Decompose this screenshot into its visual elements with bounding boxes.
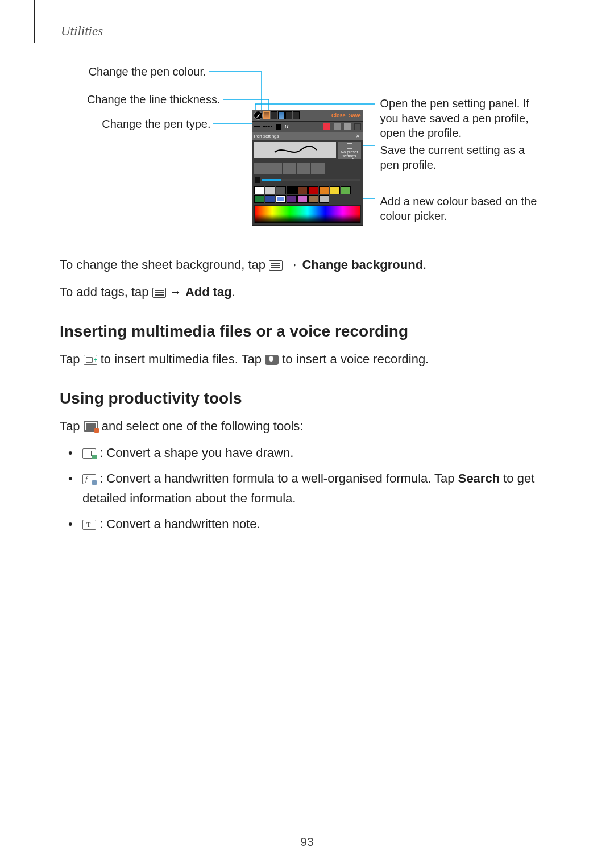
pen-type[interactable] — [311, 163, 325, 174]
colour-swatch[interactable] — [263, 111, 270, 119]
colour-gradient[interactable] — [254, 205, 361, 223]
pen-type[interactable] — [268, 163, 282, 174]
swatch[interactable] — [319, 186, 329, 194]
swatch[interactable] — [308, 195, 318, 203]
colour-swatch[interactable] — [271, 111, 277, 119]
pen-icon[interactable] — [254, 111, 263, 120]
swatch[interactable] — [341, 186, 351, 194]
productivity-icon — [84, 421, 98, 432]
thickness-slider[interactable] — [262, 179, 360, 181]
dotted-line-icon[interactable] — [263, 126, 272, 128]
callout-open-panel: Open the pen setting panel. If you have … — [380, 96, 545, 140]
thickness-indicator — [255, 177, 260, 183]
pen-settings-panel: Close Save U Pen settings ✕ — [252, 110, 363, 226]
callout-pen-type: Change the pen type. — [83, 117, 211, 131]
mic-icon[interactable] — [334, 123, 341, 130]
pen-type[interactable] — [297, 163, 310, 174]
attach-icon — [84, 355, 97, 365]
page-number: 93 — [0, 835, 614, 849]
close-button[interactable]: Close — [331, 113, 346, 118]
tool-item-shape: : Convert a shape you have drawn. — [60, 443, 557, 463]
colour-swatch[interactable] — [285, 111, 292, 119]
tool-item-text: : Convert a handwritten note. — [60, 514, 557, 534]
chevron-up-icon[interactable] — [354, 123, 361, 130]
callout-add-colour: Add a new colour based on the colour pic… — [380, 194, 545, 223]
swatch[interactable] — [308, 186, 318, 194]
preset-box[interactable]: No preset settings — [338, 142, 361, 159]
multimedia-instruction: Tap to insert multimedia files. Tap to i… — [60, 349, 557, 369]
shape-match-icon — [82, 448, 96, 459]
swatch[interactable] — [287, 186, 297, 194]
tool-icon[interactable] — [323, 123, 330, 130]
section-heading-productivity: Using productivity tools — [60, 386, 557, 412]
swatch[interactable] — [254, 186, 264, 194]
camera-icon[interactable] — [344, 123, 351, 130]
menu-icon — [152, 288, 166, 298]
colour-grid — [252, 186, 363, 203]
pen-type[interactable] — [283, 163, 296, 174]
swatch[interactable] — [297, 195, 308, 203]
formula-match-icon — [82, 474, 96, 484]
section-heading-multimedia: Inserting multimedia files or a voice re… — [60, 319, 557, 344]
close-icon[interactable]: ✕ — [355, 134, 361, 139]
pen-settings-diagram: Change the pen colour. Change the line t… — [87, 64, 530, 240]
pen-type[interactable] — [254, 163, 268, 174]
callout-save-profile: Save the current setting as a pen profil… — [380, 143, 545, 172]
colour-picker-icon[interactable] — [319, 195, 329, 203]
solid-icon[interactable] — [276, 124, 281, 130]
swatch[interactable] — [265, 195, 275, 203]
swatch[interactable] — [265, 186, 275, 194]
tool-item-formula: : Convert a handwritten formula to a wel… — [60, 469, 557, 508]
colour-swatch[interactable] — [293, 111, 300, 119]
add-tag-instruction: To add tags, tap → Add tag. — [60, 282, 557, 302]
panel-title: Pen settings — [254, 134, 279, 139]
change-background-instruction: To change the sheet background, tap → Ch… — [60, 255, 557, 275]
swatch[interactable] — [287, 195, 297, 203]
save-button[interactable]: Save — [349, 113, 360, 118]
colour-swatch[interactable] — [278, 111, 285, 119]
swatch[interactable] — [276, 186, 286, 194]
swatch[interactable] — [276, 195, 286, 203]
swatch[interactable] — [254, 195, 264, 203]
swatch[interactable] — [330, 186, 340, 194]
menu-icon — [269, 260, 283, 271]
mic-icon — [265, 355, 279, 365]
callout-line-thickness: Change the line thickness. — [72, 92, 221, 107]
swatch[interactable] — [297, 186, 308, 194]
productivity-instruction: Tap and select one of the following tool… — [60, 416, 557, 436]
text-match-icon — [82, 520, 96, 530]
thin-line-icon[interactable] — [254, 126, 260, 127]
callout-pen-colour: Change the pen colour. — [76, 64, 206, 79]
page-header: Utilities — [60, 24, 557, 39]
stroke-preview — [254, 142, 336, 158]
